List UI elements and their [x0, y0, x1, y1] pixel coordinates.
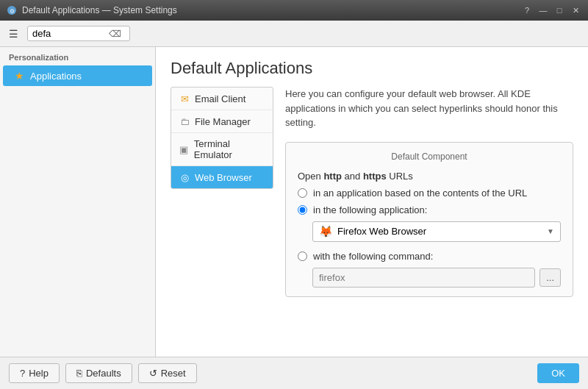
- help-label: Help: [29, 368, 49, 379]
- titlebar-left: ⚙ Default Applications — System Settings: [6, 4, 177, 16]
- sub-nav: ✉ Email Client 🗀 File Manager ▣ Terminal…: [171, 87, 273, 189]
- reset-label: Reset: [161, 368, 186, 379]
- minimize-button[interactable]: —: [537, 4, 550, 17]
- command-input[interactable]: [312, 268, 535, 288]
- footer: ? Help ⎘ Defaults ↺ Reset OK: [0, 357, 588, 389]
- folder-icon: 🗀: [179, 115, 190, 127]
- reset-icon: ↺: [149, 368, 157, 379]
- search-input[interactable]: [32, 28, 106, 39]
- radio-in-application-label[interactable]: in the following application:: [313, 204, 427, 215]
- defaults-label: Defaults: [86, 368, 121, 379]
- app-dropdown-row: 🦊 Firefox Web Browser ▼: [312, 221, 561, 242]
- terminal-icon: ▣: [179, 143, 190, 155]
- radio-option-with-command: with the following command:: [298, 251, 561, 262]
- radio-by-content-label[interactable]: in an application based on the contents …: [313, 188, 527, 199]
- component-box: Default Component Open http and https UR…: [285, 142, 573, 297]
- sidebar: Personalization ★ Applications: [0, 47, 156, 357]
- search-box: ⌫: [27, 26, 130, 41]
- sidebar-section-label: Personalization: [0, 47, 155, 65]
- radio-by-content[interactable]: [298, 188, 307, 198]
- radio-option-by-content: in an application based on the contents …: [298, 188, 561, 199]
- reset-button[interactable]: ↺ Reset: [138, 363, 197, 383]
- menu-button[interactable]: ☰: [6, 26, 21, 41]
- browse-button[interactable]: ...: [539, 268, 561, 287]
- app-dropdown-container[interactable]: 🦊 Firefox Web Browser ▼: [312, 221, 561, 242]
- main-layout: Personalization ★ Applications Default A…: [0, 47, 588, 357]
- sub-nav-terminal-label: Terminal Emulator: [194, 138, 265, 160]
- radio-with-command-label[interactable]: with the following command:: [313, 251, 433, 262]
- help-window-button[interactable]: ?: [520, 4, 534, 17]
- content-area: Default Applications ✉ Email Client 🗀 Fi…: [156, 47, 588, 357]
- description-text: Here you can configure your default web …: [285, 87, 573, 130]
- search-clear-button[interactable]: ⌫: [109, 29, 121, 39]
- ok-button[interactable]: OK: [537, 363, 579, 383]
- sub-nav-file-manager[interactable]: 🗀 File Manager: [171, 110, 273, 133]
- sub-nav-browser-label: Web Browser: [195, 172, 252, 183]
- sub-nav-web-browser[interactable]: ◎ Web Browser: [171, 166, 273, 188]
- close-button[interactable]: ✕: [569, 4, 582, 17]
- right-panel: Here you can configure your default web …: [273, 87, 573, 345]
- page-title: Default Applications: [171, 59, 573, 78]
- svg-text:⚙: ⚙: [10, 8, 15, 15]
- titlebar: ⚙ Default Applications — System Settings…: [0, 0, 588, 21]
- footer-left-buttons: ? Help ⎘ Defaults ↺ Reset: [9, 363, 197, 383]
- email-icon: ✉: [179, 93, 190, 104]
- component-box-title: Default Component: [298, 151, 561, 162]
- sub-nav-email-client[interactable]: ✉ Email Client: [171, 88, 273, 110]
- sidebar-item-label: Applications: [30, 71, 82, 82]
- sidebar-item-applications[interactable]: ★ Applications: [3, 65, 152, 86]
- open-urls-label: Open http and https URLs: [298, 171, 561, 182]
- sub-nav-email-label: Email Client: [195, 93, 245, 104]
- radio-in-application[interactable]: [298, 205, 307, 215]
- defaults-icon: ⎘: [76, 368, 82, 379]
- toolbar: ☰ ⌫: [0, 21, 588, 47]
- star-icon: ★: [15, 70, 24, 82]
- dropdown-selected-value: Firefox Web Browser: [337, 226, 542, 237]
- radio-with-command[interactable]: [298, 251, 307, 261]
- firefox-icon: 🦊: [319, 225, 333, 238]
- help-button[interactable]: ? Help: [9, 363, 60, 383]
- defaults-button[interactable]: ⎘ Defaults: [65, 363, 132, 383]
- browser-icon: ◎: [179, 171, 190, 183]
- window-controls: ? — □ ✕: [520, 4, 582, 17]
- sub-nav-terminal-emulator[interactable]: ▣ Terminal Emulator: [171, 133, 273, 166]
- app-icon: ⚙: [6, 4, 18, 16]
- window-title: Default Applications — System Settings: [22, 5, 177, 15]
- sub-nav-file-label: File Manager: [195, 116, 251, 127]
- content-body: ✉ Email Client 🗀 File Manager ▣ Terminal…: [171, 87, 573, 345]
- radio-option-in-application: in the following application:: [298, 204, 561, 215]
- maximize-button[interactable]: □: [553, 4, 566, 17]
- command-row: ...: [312, 268, 561, 288]
- help-icon: ?: [20, 368, 25, 379]
- dropdown-arrow-icon: ▼: [547, 227, 554, 235]
